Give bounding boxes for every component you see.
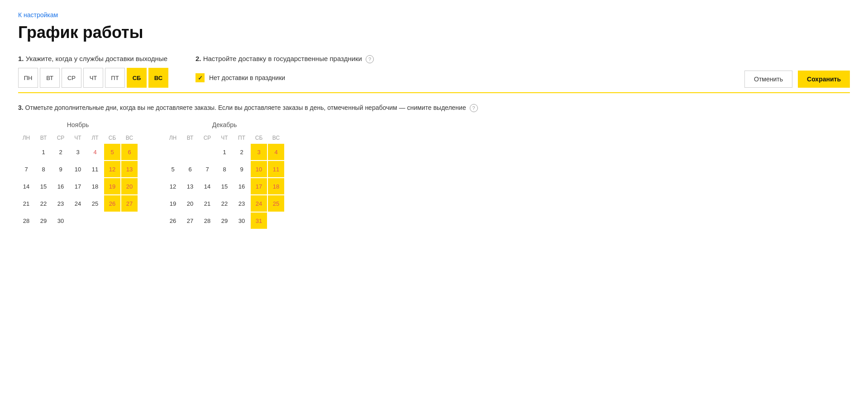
day-btn-vs[interactable]: ВС	[148, 68, 168, 88]
cal-cell-27[interactable]: 27	[121, 195, 138, 212]
cal-cell-empty	[268, 213, 284, 229]
cal-header-cell: СР	[52, 133, 69, 143]
cal-cell-18[interactable]: 18	[87, 178, 103, 194]
top-controls: 1. Укажите, когда у службы доставки выхо…	[18, 55, 850, 88]
cal-cell-13[interactable]: 13	[182, 178, 198, 194]
section2: 2. Настройте доставку в государственные …	[196, 55, 374, 82]
cal-cell-7[interactable]: 7	[18, 161, 34, 177]
cal-header-cell: ЛН	[18, 133, 34, 143]
cal-cell-8[interactable]: 8	[35, 161, 52, 177]
cal-cell-11[interactable]: 11	[268, 161, 284, 177]
calendar-декабрь: ДекабрьЛНВТСРЧТПТСБВС1234567891011121314…	[165, 121, 284, 229]
day-btn-pn[interactable]: ПН	[18, 68, 38, 88]
cal-cell-27[interactable]: 27	[182, 213, 198, 229]
cal-cell-empty	[199, 144, 215, 160]
cal-header-cell: ВТ	[182, 133, 198, 143]
cal-cell-24[interactable]: 24	[70, 195, 86, 212]
cal-cell-16[interactable]: 16	[52, 178, 69, 194]
cal-cell-empty	[70, 213, 86, 229]
cal-cell-22[interactable]: 22	[216, 195, 233, 212]
cal-cell-29[interactable]: 29	[35, 213, 52, 229]
cal-cell-14[interactable]: 14	[199, 178, 215, 194]
day-btn-vt[interactable]: ВТ	[40, 68, 60, 88]
cal-cell-5[interactable]: 5	[104, 144, 120, 160]
cal-cell-7[interactable]: 7	[199, 161, 215, 177]
cal-cell-6[interactable]: 6	[182, 161, 198, 177]
cal-cell-24[interactable]: 24	[251, 195, 267, 212]
cal-cell-6[interactable]: 6	[121, 144, 138, 160]
cal-header-cell: ВС	[121, 133, 138, 143]
cal-cell-12[interactable]: 12	[104, 161, 120, 177]
cal-cell-1[interactable]: 1	[35, 144, 52, 160]
cal-cell-11[interactable]: 11	[87, 161, 103, 177]
cal-cell-4[interactable]: 4	[268, 144, 284, 160]
cal-cell-28[interactable]: 28	[18, 213, 34, 229]
cal-cell-16[interactable]: 16	[234, 178, 250, 194]
cal-cell-12[interactable]: 12	[165, 178, 181, 194]
action-buttons: Отменить Сохранить	[744, 71, 850, 88]
cal-grid: ЛНВТСРЧТЛТСБВС12345678910111213141516171…	[18, 133, 138, 229]
divider	[18, 92, 850, 93]
cal-cell-31[interactable]: 31	[251, 213, 267, 229]
cal-cell-30[interactable]: 30	[234, 213, 250, 229]
cal-cell-empty	[182, 144, 198, 160]
cal-cell-29[interactable]: 29	[216, 213, 233, 229]
cal-cell-17[interactable]: 17	[251, 178, 267, 194]
day-btn-sb[interactable]: СБ	[127, 68, 147, 88]
cal-cell-25[interactable]: 25	[87, 195, 103, 212]
day-btn-cht[interactable]: ЧТ	[83, 68, 103, 88]
day-btn-sr[interactable]: СР	[62, 68, 81, 88]
cal-cell-22[interactable]: 22	[35, 195, 52, 212]
cal-grid: ЛНВТСРЧТПТСБВС12345678910111213141516171…	[165, 133, 284, 229]
cal-cell-25[interactable]: 25	[268, 195, 284, 212]
cal-cell-9[interactable]: 9	[234, 161, 250, 177]
cal-cell-26[interactable]: 26	[104, 195, 120, 212]
cal-cell-17[interactable]: 17	[70, 178, 86, 194]
cal-header-cell: СБ	[104, 133, 120, 143]
cal-cell-8[interactable]: 8	[216, 161, 233, 177]
back-link[interactable]: К настройкам	[18, 11, 58, 19]
cal-cell-empty	[165, 144, 181, 160]
cal-cell-28[interactable]: 28	[199, 213, 215, 229]
cal-cell-18[interactable]: 18	[268, 178, 284, 194]
cancel-button[interactable]: Отменить	[744, 71, 792, 88]
cal-cell-3[interactable]: 3	[251, 144, 267, 160]
help-icon-section2[interactable]: ?	[366, 55, 374, 63]
cal-header-cell: ЧТ	[70, 133, 86, 143]
save-button[interactable]: Сохранить	[798, 71, 850, 88]
cal-cell-21[interactable]: 21	[18, 195, 34, 212]
cal-cell-10[interactable]: 10	[251, 161, 267, 177]
day-btn-pt[interactable]: ПТ	[105, 68, 125, 88]
cal-header-cell: ВС	[268, 133, 284, 143]
cal-cell-19[interactable]: 19	[104, 178, 120, 194]
cal-cell-15[interactable]: 15	[35, 178, 52, 194]
cal-cell-15[interactable]: 15	[216, 178, 233, 194]
cal-cell-30[interactable]: 30	[52, 213, 69, 229]
cal-header-cell: СР	[199, 133, 215, 143]
cal-cell-1[interactable]: 1	[216, 144, 233, 160]
cal-cell-26[interactable]: 26	[165, 213, 181, 229]
section3-label: 3. Отметьте дополнительные дни, когда вы…	[18, 104, 850, 112]
calendars: НоябрьЛНВТСРЧТЛТСБВС12345678910111213141…	[18, 121, 850, 229]
cal-cell-3[interactable]: 3	[70, 144, 86, 160]
cal-cell-4[interactable]: 4	[87, 144, 103, 160]
cal-cell-23[interactable]: 23	[234, 195, 250, 212]
cal-cell-10[interactable]: 10	[70, 161, 86, 177]
cal-cell-2[interactable]: 2	[234, 144, 250, 160]
cal-cell-14[interactable]: 14	[18, 178, 34, 194]
cal-cell-9[interactable]: 9	[52, 161, 69, 177]
cal-cell-23[interactable]: 23	[52, 195, 69, 212]
cal-cell-20[interactable]: 20	[182, 195, 198, 212]
holiday-checkbox[interactable]	[196, 73, 205, 82]
cal-cell-empty	[104, 213, 120, 229]
cal-cell-5[interactable]: 5	[165, 161, 181, 177]
holiday-row: Нет доставки в праздники	[196, 73, 374, 82]
cal-title: Ноябрь	[18, 121, 138, 128]
cal-cell-2[interactable]: 2	[52, 144, 69, 160]
cal-header-cell: ВТ	[35, 133, 52, 143]
help-icon-section3[interactable]: ?	[470, 104, 478, 112]
cal-cell-19[interactable]: 19	[165, 195, 181, 212]
cal-cell-20[interactable]: 20	[121, 178, 138, 194]
cal-cell-13[interactable]: 13	[121, 161, 138, 177]
cal-cell-21[interactable]: 21	[199, 195, 215, 212]
